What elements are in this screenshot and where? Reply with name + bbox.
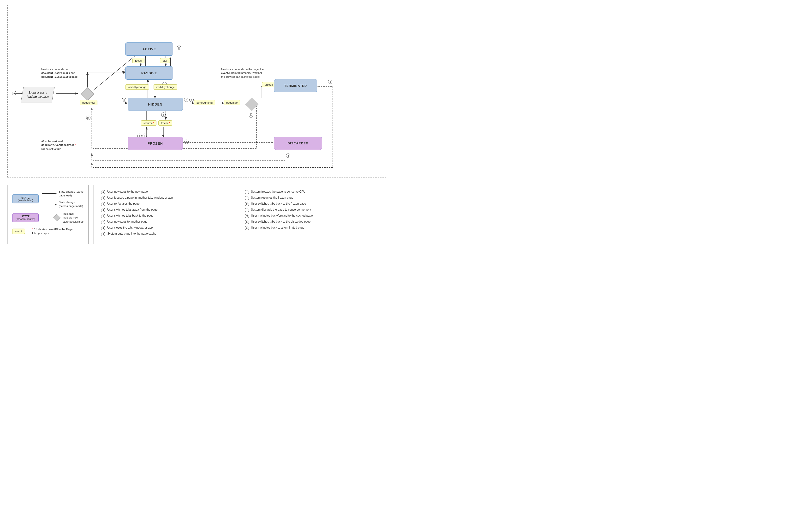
start-shape: Browser startsloading the page xyxy=(21,87,55,103)
event-visibilitychange2: visibilitychange xyxy=(153,84,177,90)
key-text-l: System discards the page to conserve mem… xyxy=(251,208,311,212)
legend-line-dashed xyxy=(42,204,57,204)
key-text-f: User navigates to another page xyxy=(107,220,147,224)
key-text-a: User navigates to the new page xyxy=(107,190,148,194)
event-blur: blur xyxy=(160,58,170,63)
legend-state-purple-sublabel: (browser-initiated) xyxy=(16,218,35,220)
key-item-g: g User closes the tab, window, or app xyxy=(101,226,235,230)
event-pagehide: pagehide xyxy=(224,100,240,105)
state-active: ACTIVE xyxy=(125,42,173,56)
circle-label-g: g xyxy=(189,97,194,102)
legend-event-label: event xyxy=(15,230,22,232)
event-beforeunload: beforeunload xyxy=(194,100,215,105)
key-item-d: d User switches tabs away from the page xyxy=(101,208,235,212)
legend-diamond-label: Indicates multiple next-state possibilit… xyxy=(63,212,84,223)
key-circle-o: o xyxy=(245,226,249,230)
key-item-e: e User switches tabs back to the page xyxy=(101,214,235,218)
diamond-pagehide xyxy=(245,97,259,111)
circle-label-i: i xyxy=(161,112,166,117)
circle-label-m: m xyxy=(86,116,90,120)
legend-state-blue: STATE (user-initiated) xyxy=(12,194,39,203)
key-circle-d: d xyxy=(101,208,105,212)
key-item-j: j System resumes the frozen page xyxy=(245,196,379,200)
page-wrapper: Browser startsloading the page a Next st… xyxy=(0,0,394,249)
key-item-n: n User switches tabs back to the discard… xyxy=(245,220,379,224)
key-text-j: System resumes the frozen page xyxy=(251,196,293,200)
key-text-m: User navigates back/forward to the cache… xyxy=(251,214,313,218)
key-item-o: o User navigates back to a terminated pa… xyxy=(245,226,379,230)
event-resume: resume* xyxy=(141,120,156,126)
key-text-d: User switches tabs away from the page xyxy=(107,208,157,212)
event-visibilitychange1: visibilitychange xyxy=(125,84,149,90)
legend-diamond xyxy=(53,214,61,221)
start-shape-text: Browser startsloading the page xyxy=(27,91,49,99)
circle-label-h: h xyxy=(249,113,253,117)
event-focus: focus xyxy=(132,58,145,63)
state-hidden: HIDDEN xyxy=(128,97,183,111)
key-item-b: b User focuses a page in another tab, wi… xyxy=(101,196,235,200)
key-text-e: User switches tabs back to the page xyxy=(107,214,153,218)
legend-dashed-label: State change (across page loads) xyxy=(59,200,84,208)
key-circle-j: j xyxy=(245,196,249,200)
key-item-h: h System puts page into the page cache xyxy=(101,232,235,236)
key-item-l: l System discards the page to conserve m… xyxy=(245,208,379,212)
key-box: a User navigates to the new page i Syste… xyxy=(93,185,386,244)
key-circle-c: c xyxy=(101,202,105,206)
legend-solid-label: State change (same page load) xyxy=(59,190,84,197)
key-grid: a User navigates to the new page i Syste… xyxy=(101,190,379,236)
legend-asterisk-note: * * Indicates new API in the Page Lifecy… xyxy=(32,228,72,235)
key-text-n: User switches tabs back to the discarded… xyxy=(251,220,311,224)
key-text-i: System freezes the page to conserve CPU xyxy=(251,190,305,194)
circle-label-f: f xyxy=(184,97,188,102)
circle-label-o: o xyxy=(328,80,332,84)
legend-state-blue-label: STATE xyxy=(21,196,29,199)
diagram-svg xyxy=(8,5,386,177)
key-circle-e: e xyxy=(101,214,105,218)
circle-label-n: n xyxy=(286,154,290,158)
key-circle-b: b xyxy=(101,196,105,200)
key-circle-h: h xyxy=(101,232,105,236)
key-text-h: System puts page into the page cache xyxy=(107,232,156,236)
key-text-o: User navigates back to a terminated page xyxy=(251,226,304,230)
key-circle-n: n xyxy=(245,220,249,224)
diagram-container: Browser startsloading the page a Next st… xyxy=(7,5,386,177)
bottom-section: STATE (user-initiated) State change (sam… xyxy=(7,185,386,244)
state-passive: PASSIVE xyxy=(125,66,173,80)
annotation-diamond1: Next state depends on document.hasFocus(… xyxy=(41,68,80,79)
annotation-discarded: After the next load, document.wasDiscard… xyxy=(41,139,89,151)
key-item-c: c User re-focuses the page xyxy=(101,202,235,206)
legend-state-purple: STATE (browser-initiated) xyxy=(12,213,39,222)
key-circle-a: a xyxy=(101,190,105,194)
circle-label-b: b xyxy=(177,46,181,50)
key-circle-l: l xyxy=(245,208,249,212)
legend-event-box: event xyxy=(12,228,25,234)
legend-asterisk-text: * Indicates new API in the Page Lifecycl… xyxy=(32,228,72,235)
key-item-f: f User navigates to another page xyxy=(101,220,235,224)
state-frozen: FROZEN xyxy=(128,137,183,150)
legend-item-blue: STATE (user-initiated) State change (sam… xyxy=(12,190,84,208)
legend-line-solid xyxy=(42,193,57,194)
key-circle-k: k xyxy=(245,202,249,206)
key-text-k: User switches tabs back to the frozen pa… xyxy=(251,202,306,206)
key-item-a: a User navigates to the new page xyxy=(101,190,235,194)
legend-diamond-wrap xyxy=(54,215,60,221)
circle-label-e: e xyxy=(122,97,126,102)
circle-label-a: a xyxy=(12,91,16,95)
event-unload: unload xyxy=(262,82,276,87)
legend-item-purple: STATE (browser-initiated) Indicates mult… xyxy=(12,212,84,223)
legend-item-event: event * * Indicates new API in the Page … xyxy=(12,227,84,235)
key-circle-m: m xyxy=(245,214,249,218)
event-pageshow: pageshow xyxy=(80,100,98,105)
key-item-m: m User navigates back/forward to the cac… xyxy=(245,214,379,218)
state-terminated: TERMINATED xyxy=(274,79,317,92)
diamond-focus xyxy=(81,87,94,101)
annotation-diamond2: Next state depends on the pagehide event… xyxy=(221,68,269,79)
state-discarded: DISCARDED xyxy=(274,137,322,150)
key-item-i: i System freezes the page to conserve CP… xyxy=(245,190,379,194)
key-item-k: k User switches tabs back to the frozen … xyxy=(245,202,379,206)
legend-box: STATE (user-initiated) State change (sam… xyxy=(7,185,89,244)
key-text-b: User focuses a page in another tab, wind… xyxy=(107,196,173,200)
key-circle-f: f xyxy=(101,220,105,224)
legend-state-purple-label: STATE xyxy=(21,215,29,218)
key-circle-g: g xyxy=(101,226,105,230)
